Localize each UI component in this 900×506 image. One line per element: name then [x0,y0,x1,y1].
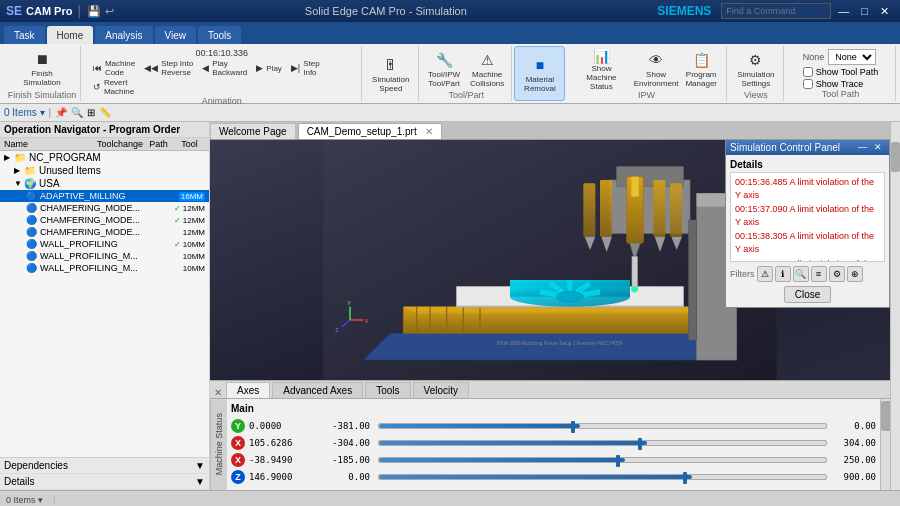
sim-panel-body: Details 00:15:36.485 A limit violation o… [726,155,889,307]
tab-tools[interactable]: Tools [198,26,241,44]
finish-simulation-button[interactable]: ⏹ FinishSimulation [19,48,64,90]
search-input[interactable] [721,3,831,19]
tab-home[interactable]: Home [47,26,94,44]
x-value1: 105.6286 [249,438,319,448]
icon-snap[interactable]: 📌 [55,107,67,118]
viewport: Welcome Page CAM_Demo_setup_1.prt ✕ [210,122,890,490]
breadcrumb-item1[interactable]: 0 Items ▾ [4,107,45,118]
revert-icon: ↺ [93,82,101,92]
quick-undo[interactable]: ↩ [105,5,114,18]
machine-code-button[interactable]: ⏮ MachineCode [89,59,139,77]
x-slider[interactable] [378,440,827,446]
main-scrollbar[interactable] [890,122,900,490]
tab-close-icon[interactable]: ✕ [425,126,433,137]
play-button[interactable]: ▶ Play [252,59,286,77]
main-scrollbar-thumb [891,142,900,172]
tab-advanced-axes[interactable]: Advanced Axes [272,382,363,398]
title-sep: │ [76,5,83,17]
filter-search-btn[interactable]: 🔍 [793,266,809,282]
log-item-2[interactable]: 00:15:37.090 A limit violation of the Y … [733,202,882,229]
tree-item-usa[interactable]: ▼ 🌍 USA [0,177,209,190]
tree-item-wall-profiling-m1[interactable]: 🔵 WALL_PROFILING_M... 10MM [0,250,209,262]
machine-code-icon: ⏮ [93,63,102,73]
dependencies-item[interactable]: Dependencies ▼ [0,458,209,474]
program-manager-button[interactable]: 📋 ProgramManager [683,48,720,90]
filter-list-btn[interactable]: ≡ [811,266,827,282]
log-item-4[interactable]: 00:15:38.920 A limit violation of the Y … [733,257,882,262]
tool-ipw-button[interactable]: 🔧 Tool/IPWTool/Part [424,48,464,90]
filter-gear-btn[interactable]: ⚙ [829,266,845,282]
material-removal-button[interactable]: ■ MaterialRemoval [520,53,560,95]
minimize-button[interactable]: — [833,5,854,18]
show-machine-status-button[interactable]: 📊 Show MachineStatus [573,48,629,90]
machine-collisions-button[interactable]: ⚠ MachineCollisions [466,48,508,90]
revert-machine-button[interactable]: ↺ RevertMachine [89,78,138,96]
simulation-settings-button[interactable]: ⚙ SimulationSettings [733,48,778,90]
z-end-val: 900.00 [831,472,876,482]
maximize-button[interactable]: □ [856,5,873,18]
simulation-speed-button[interactable]: 🎚 SimulationSpeed [368,53,413,95]
y-slider[interactable] [378,423,827,429]
bottom-panel: ✕ Axes Advanced Axes Tools Velocity Mach… [210,380,890,490]
sim-log-area[interactable]: 00:15:36.485 A limit violation of the Y … [730,172,885,262]
tab-view[interactable]: View [155,26,197,44]
group-views: ⚙ SimulationSettings Views [729,46,784,101]
tree-item-chamfering-1[interactable]: 🔵 CHAMFERING_MODE... ✓ 12MM [0,202,209,214]
x2-slider[interactable] [378,457,827,463]
show-tool-path-check[interactable] [803,67,813,77]
sidebar-content: ▶ 📁 NC_PROGRAM ▶ 📁 Unused Items ▼ 🌍 USA … [0,151,209,457]
filter-info-btn[interactable]: ℹ [775,266,791,282]
tab-velocity[interactable]: Velocity [413,382,469,398]
svg-rect-27 [600,180,612,237]
x-end-val: 304.00 [831,438,876,448]
operation-navigator: Operation Navigator - Program Order Name… [0,122,210,490]
y-value1: 0.0000 [249,421,319,431]
show-trace-check[interactable] [803,79,813,89]
tab-tools[interactable]: Tools [365,382,410,398]
status-scrollbar[interactable] [880,399,890,490]
step-button[interactable]: ▶| StepInfo [287,59,324,77]
animation-btns: ⏮ MachineCode ◀◀ Step IntoReverse ◀ Play… [89,59,355,96]
window-title: Solid Edge CAM Pro - Simulation [305,5,467,17]
x-value2: -304.00 [319,438,374,448]
tab-welcome[interactable]: Welcome Page [210,123,296,139]
bottom-close-btn[interactable]: ✕ [210,387,226,398]
z-value2: 0.00 [319,472,374,482]
step-into-reverse-button[interactable]: ◀◀ Step IntoReverse [140,59,197,77]
log-item-3[interactable]: 00:15:38.305 A limit violation of the Y … [733,229,882,256]
tab-task[interactable]: Task [4,26,45,44]
tab-analysis[interactable]: Analysis [95,26,152,44]
settings-select-none[interactable]: None [828,49,876,65]
machine-code-label: MachineCode [105,59,135,77]
tree-item-wall-profiling[interactable]: 🔵 WALL_PROFILING ✓ 10MM [0,238,209,250]
icon-grid[interactable]: ⊞ [87,107,95,118]
tree-item-chamfering-2[interactable]: 🔵 CHAMFERING_MODE... ✓ 12MM [0,214,209,226]
app-icon: SE [6,4,22,18]
tree-item-chamfering-3[interactable]: 🔵 CHAMFERING_MODE... 12MM [0,226,209,238]
show-environment-button[interactable]: 👁 ShowEnvironment [632,48,681,90]
svg-rect-35 [632,257,637,290]
filter-zoom-btn[interactable]: ⊕ [847,266,863,282]
tree-item-nc-program[interactable]: ▶ 📁 NC_PROGRAM [0,151,209,164]
tab-axes[interactable]: Axes [226,382,270,398]
close-button[interactable]: ✕ [875,5,894,18]
icon-measure[interactable]: 📏 [99,107,111,118]
sim-panel-minimize-btn[interactable]: — [855,143,870,152]
tree-item-unused[interactable]: ▶ 📁 Unused Items [0,164,209,177]
anim-time: 00:16:10.336 [195,48,248,58]
details-item[interactable]: Details ▼ [0,474,209,490]
sim-close-btn[interactable]: Close [784,286,832,303]
sim-panel-close-btn[interactable]: ✕ [871,143,885,152]
play-backward-button[interactable]: ◀ PlayBackward [198,59,251,77]
log-item-1[interactable]: 00:15:36.485 A limit violation of the Y … [733,175,882,202]
icon-zoom[interactable]: 🔍 [71,107,83,118]
quick-save[interactable]: 💾 [87,5,101,18]
tree-item-wall-profiling-m2[interactable]: 🔵 WALL_PROFILING_M... 10MM [0,262,209,274]
filter-warn-btn[interactable]: ⚠ [757,266,773,282]
tree-item-adaptive-milling[interactable]: 🔵 ADAPTIVE_MILLING 16MM [0,190,209,202]
step-icon: ▶| [291,63,300,73]
tab-cam-demo[interactable]: CAM_Demo_setup_1.prt ✕ [298,123,442,139]
z-slider[interactable] [378,474,827,480]
status-row-y: Y 0.0000 -381.00 0.00 [231,418,876,434]
status-scrollbar-thumb [881,401,890,431]
